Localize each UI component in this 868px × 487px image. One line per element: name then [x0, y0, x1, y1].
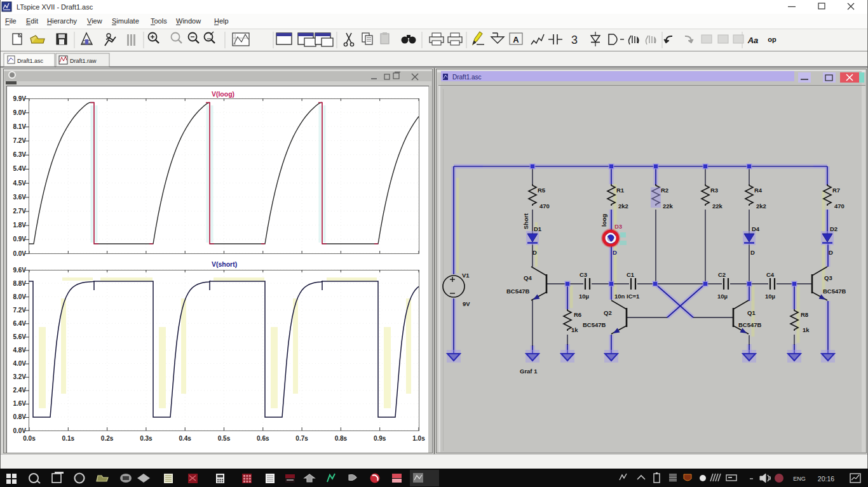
- svg-text:0.2s: 0.2s: [101, 435, 114, 442]
- svg-text:BC547B: BC547B: [738, 321, 762, 328]
- svg-text:5.4V: 5.4V: [13, 165, 26, 172]
- svg-text:0.6s: 0.6s: [257, 435, 269, 442]
- svg-text:470: 470: [834, 203, 844, 210]
- svg-text:Tools: Tools: [151, 17, 167, 25]
- svg-text:9V: 9V: [463, 300, 470, 307]
- svg-text:Draft1.asc: Draft1.asc: [17, 58, 44, 64]
- svg-text:Q3: Q3: [824, 274, 832, 281]
- svg-text:6.4V: 6.4V: [13, 320, 26, 327]
- svg-text:1.0s: 1.0s: [412, 435, 425, 442]
- svg-text:0.0s: 0.0s: [23, 435, 36, 442]
- svg-text:1.6V: 1.6V: [13, 400, 26, 407]
- svg-text:2.7V: 2.7V: [13, 208, 26, 215]
- svg-text:4.0V: 4.0V: [13, 360, 26, 367]
- svg-text:R7: R7: [832, 187, 840, 194]
- svg-text:10µ: 10µ: [765, 293, 775, 300]
- svg-text:File: File: [5, 17, 17, 25]
- svg-text:1.8V: 1.8V: [13, 222, 26, 229]
- svg-text:0.8V: 0.8V: [13, 413, 26, 420]
- svg-text:LTspice XVII - Draft1.asc: LTspice XVII - Draft1.asc: [17, 3, 93, 11]
- svg-text:op: op: [768, 36, 776, 43]
- svg-text:A: A: [513, 35, 519, 44]
- svg-text:Q2: Q2: [604, 309, 612, 316]
- svg-text:3.6V: 3.6V: [13, 194, 26, 201]
- svg-text:BC547B: BC547B: [823, 288, 846, 295]
- svg-text:D1: D1: [534, 225, 542, 232]
- svg-text:C2: C2: [718, 271, 726, 278]
- svg-text:R5: R5: [538, 187, 546, 194]
- svg-text:R6: R6: [574, 311, 581, 318]
- svg-text:BC547B: BC547B: [506, 288, 530, 295]
- svg-text:1k: 1k: [571, 326, 578, 333]
- svg-text:20:16: 20:16: [818, 475, 834, 483]
- svg-text:22k: 22k: [663, 203, 674, 210]
- svg-text:Aa: Aa: [747, 36, 759, 45]
- svg-text:2k2: 2k2: [756, 203, 766, 210]
- svg-text:0.5s: 0.5s: [218, 435, 231, 442]
- svg-text:0.0V: 0.0V: [13, 427, 26, 434]
- svg-text:R3: R3: [710, 187, 718, 194]
- svg-text:View: View: [87, 17, 102, 25]
- svg-text:V(short): V(short): [212, 260, 237, 268]
- svg-text:2.4V: 2.4V: [13, 387, 26, 394]
- svg-text:C3: C3: [580, 271, 587, 278]
- svg-text:V(loog): V(loog): [212, 90, 234, 98]
- svg-text:R2: R2: [661, 187, 668, 194]
- svg-text:R8: R8: [801, 311, 808, 318]
- svg-text:BC547B: BC547B: [583, 321, 606, 328]
- svg-text:0.7s: 0.7s: [295, 435, 308, 442]
- svg-text:Draft1.raw: Draft1.raw: [70, 58, 97, 64]
- svg-text:0.0V: 0.0V: [13, 250, 26, 257]
- svg-text:Hierarchy: Hierarchy: [47, 17, 78, 25]
- svg-text:9.9V: 9.9V: [13, 95, 26, 102]
- svg-text:D4: D4: [752, 225, 760, 232]
- svg-text:C1: C1: [627, 271, 635, 278]
- svg-text:0.9V: 0.9V: [13, 236, 26, 243]
- svg-text:7.2V: 7.2V: [13, 137, 26, 144]
- svg-text:R4: R4: [754, 187, 763, 194]
- svg-text:2k2: 2k2: [618, 203, 628, 210]
- svg-text:D2: D2: [830, 225, 837, 232]
- svg-text:4.8V: 4.8V: [13, 347, 26, 354]
- svg-text:D: D: [532, 249, 537, 256]
- svg-text:Help: Help: [214, 17, 229, 25]
- svg-text:8.1V: 8.1V: [13, 123, 26, 130]
- svg-text:10µ: 10µ: [717, 293, 728, 300]
- svg-text:Window: Window: [176, 17, 201, 25]
- svg-text:ENG: ENG: [793, 476, 806, 482]
- svg-text:0.1s: 0.1s: [62, 435, 75, 442]
- svg-text:1k: 1k: [803, 326, 810, 333]
- svg-text:0.9s: 0.9s: [374, 435, 386, 442]
- svg-text:7.2V: 7.2V: [13, 307, 26, 314]
- svg-text:0.3s: 0.3s: [140, 435, 153, 442]
- svg-text:0.4s: 0.4s: [179, 435, 191, 442]
- svg-text:Q4: Q4: [524, 274, 532, 281]
- svg-text:22k: 22k: [712, 203, 723, 210]
- svg-text:Short: Short: [522, 213, 529, 229]
- svg-text:8.0V: 8.0V: [13, 293, 26, 300]
- svg-text:D: D: [750, 249, 755, 256]
- svg-text:loog: loog: [600, 214, 607, 227]
- svg-text:4.5V: 4.5V: [13, 180, 26, 187]
- svg-text:3: 3: [571, 34, 578, 46]
- svg-text:9.6V: 9.6V: [13, 267, 26, 274]
- svg-text:V1: V1: [462, 272, 470, 279]
- svg-text:9.0V: 9.0V: [13, 109, 26, 116]
- svg-text:D: D: [613, 249, 617, 256]
- svg-text:Edit: Edit: [26, 17, 38, 25]
- svg-text:6.3V: 6.3V: [13, 151, 26, 158]
- svg-text:10µ: 10µ: [579, 293, 589, 300]
- svg-text:5.6V: 5.6V: [13, 333, 26, 340]
- svg-text:8.8V: 8.8V: [13, 280, 26, 287]
- svg-text:C4: C4: [766, 271, 775, 278]
- svg-text:10n IC=1: 10n IC=1: [614, 293, 640, 300]
- svg-text:470: 470: [539, 203, 550, 210]
- svg-text:Q1: Q1: [747, 309, 756, 316]
- svg-text:R1: R1: [616, 187, 625, 194]
- svg-text:0.8s: 0.8s: [335, 435, 348, 442]
- svg-text:Draft1.asc: Draft1.asc: [452, 74, 482, 81]
- svg-text:3.2V: 3.2V: [13, 373, 26, 380]
- svg-text:Graf 1: Graf 1: [520, 368, 538, 375]
- svg-text:D: D: [829, 249, 833, 256]
- svg-text:Simulate: Simulate: [112, 17, 139, 25]
